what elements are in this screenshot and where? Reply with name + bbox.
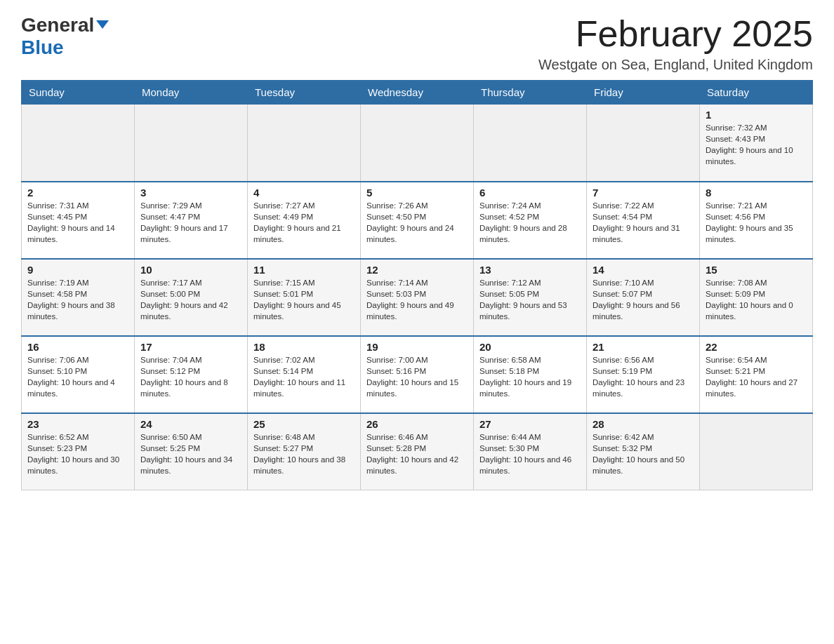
day-number: 25: [253, 418, 355, 430]
calendar-day-cell: 6Sunrise: 7:24 AMSunset: 4:52 PMDaylight…: [474, 182, 587, 259]
day-info: Sunrise: 7:06 AMSunset: 5:10 PMDaylight:…: [27, 354, 128, 399]
calendar-day-cell: 17Sunrise: 7:04 AMSunset: 5:12 PMDayligh…: [135, 336, 248, 413]
day-number: 16: [27, 341, 128, 353]
calendar-day-cell: 21Sunrise: 6:56 AMSunset: 5:19 PMDayligh…: [587, 336, 700, 413]
day-number: 20: [479, 341, 581, 353]
calendar-day-cell: [700, 413, 813, 490]
calendar-day-cell: [474, 105, 587, 182]
day-number: 8: [706, 187, 807, 199]
day-number: 10: [140, 264, 241, 276]
calendar-day-cell: 27Sunrise: 6:44 AMSunset: 5:30 PMDayligh…: [474, 413, 587, 490]
calendar-week-row: 16Sunrise: 7:06 AMSunset: 5:10 PMDayligh…: [22, 336, 813, 413]
day-info: Sunrise: 6:56 AMSunset: 5:19 PMDaylight:…: [593, 354, 694, 399]
day-info: Sunrise: 6:58 AMSunset: 5:18 PMDaylight:…: [479, 354, 581, 399]
calendar-day-cell: [587, 105, 700, 182]
calendar-week-row: 9Sunrise: 7:19 AMSunset: 4:58 PMDaylight…: [22, 259, 813, 336]
day-info: Sunrise: 7:08 AMSunset: 5:09 PMDaylight:…: [706, 277, 807, 322]
day-number: 12: [366, 264, 468, 276]
calendar-header-row: SundayMondayTuesdayWednesdayThursdayFrid…: [22, 81, 813, 105]
calendar-day-cell: 20Sunrise: 6:58 AMSunset: 5:18 PMDayligh…: [474, 336, 587, 413]
calendar-day-cell: 15Sunrise: 7:08 AMSunset: 5:09 PMDayligh…: [700, 259, 813, 336]
calendar-day-cell: [22, 105, 135, 182]
day-number: 7: [593, 187, 694, 199]
day-number: 3: [140, 187, 241, 199]
calendar-day-cell: 18Sunrise: 7:02 AMSunset: 5:14 PMDayligh…: [248, 336, 361, 413]
calendar-day-cell: 4Sunrise: 7:27 AMSunset: 4:49 PMDaylight…: [248, 182, 361, 259]
calendar-day-cell: [248, 105, 361, 182]
day-info: Sunrise: 6:50 AMSunset: 5:25 PMDaylight:…: [140, 431, 241, 476]
day-info: Sunrise: 6:54 AMSunset: 5:21 PMDaylight:…: [706, 354, 807, 399]
calendar-day-cell: [361, 105, 474, 182]
day-number: 15: [706, 264, 807, 276]
day-info: Sunrise: 6:46 AMSunset: 5:28 PMDaylight:…: [366, 431, 468, 476]
day-number: 23: [27, 418, 128, 430]
svg-marker-0: [96, 20, 109, 29]
calendar-day-cell: 24Sunrise: 6:50 AMSunset: 5:25 PMDayligh…: [135, 413, 248, 490]
day-info: Sunrise: 6:52 AMSunset: 5:23 PMDaylight:…: [27, 431, 128, 476]
calendar-day-cell: 16Sunrise: 7:06 AMSunset: 5:10 PMDayligh…: [22, 336, 135, 413]
calendar-day-cell: 9Sunrise: 7:19 AMSunset: 4:58 PMDaylight…: [22, 259, 135, 336]
calendar-day-cell: 5Sunrise: 7:26 AMSunset: 4:50 PMDaylight…: [361, 182, 474, 259]
calendar-day-cell: 14Sunrise: 7:10 AMSunset: 5:07 PMDayligh…: [587, 259, 700, 336]
page-subtitle: Westgate on Sea, England, United Kingdom: [538, 57, 813, 73]
day-info: Sunrise: 7:26 AMSunset: 4:50 PMDaylight:…: [366, 200, 468, 245]
logo-general-text: General: [21, 14, 94, 36]
day-number: 5: [366, 187, 468, 199]
day-info: Sunrise: 7:02 AMSunset: 5:14 PMDaylight:…: [253, 354, 355, 399]
day-of-week-header: Wednesday: [361, 81, 474, 105]
calendar-day-cell: 13Sunrise: 7:12 AMSunset: 5:05 PMDayligh…: [474, 259, 587, 336]
day-number: 1: [706, 109, 807, 121]
day-of-week-header: Saturday: [700, 81, 813, 105]
day-info: Sunrise: 6:44 AMSunset: 5:30 PMDaylight:…: [479, 431, 581, 476]
day-number: 24: [140, 418, 241, 430]
calendar-day-cell: 8Sunrise: 7:21 AMSunset: 4:56 PMDaylight…: [700, 182, 813, 259]
calendar-day-cell: 2Sunrise: 7:31 AMSunset: 4:45 PMDaylight…: [22, 182, 135, 259]
day-number: 21: [593, 341, 694, 353]
day-of-week-header: Tuesday: [248, 81, 361, 105]
title-area: February 2025 Westgate on Sea, England, …: [538, 14, 813, 73]
day-info: Sunrise: 7:12 AMSunset: 5:05 PMDaylight:…: [479, 277, 581, 322]
calendar-day-cell: 10Sunrise: 7:17 AMSunset: 5:00 PMDayligh…: [135, 259, 248, 336]
logo-blue-text: Blue: [21, 36, 64, 58]
day-number: 26: [366, 418, 468, 430]
calendar-week-row: 1Sunrise: 7:32 AMSunset: 4:43 PMDaylight…: [22, 105, 813, 182]
page-header: General Blue February 2025 Westgate on S…: [21, 14, 813, 73]
day-info: Sunrise: 7:10 AMSunset: 5:07 PMDaylight:…: [593, 277, 694, 322]
day-number: 9: [27, 264, 128, 276]
day-info: Sunrise: 7:31 AMSunset: 4:45 PMDaylight:…: [27, 200, 128, 245]
day-info: Sunrise: 7:22 AMSunset: 4:54 PMDaylight:…: [593, 200, 694, 245]
day-number: 2: [27, 187, 128, 199]
calendar-table: SundayMondayTuesdayWednesdayThursdayFrid…: [21, 80, 813, 490]
day-info: Sunrise: 7:24 AMSunset: 4:52 PMDaylight:…: [479, 200, 581, 245]
day-info: Sunrise: 7:14 AMSunset: 5:03 PMDaylight:…: [366, 277, 468, 322]
day-number: 22: [706, 341, 807, 353]
calendar-day-cell: 3Sunrise: 7:29 AMSunset: 4:47 PMDaylight…: [135, 182, 248, 259]
logo-arrow-icon: [96, 19, 109, 34]
page-title: February 2025: [538, 14, 813, 54]
calendar-day-cell: 12Sunrise: 7:14 AMSunset: 5:03 PMDayligh…: [361, 259, 474, 336]
day-number: 28: [593, 418, 694, 430]
day-info: Sunrise: 7:15 AMSunset: 5:01 PMDaylight:…: [253, 277, 355, 322]
day-info: Sunrise: 6:42 AMSunset: 5:32 PMDaylight:…: [593, 431, 694, 476]
day-number: 27: [479, 418, 581, 430]
day-info: Sunrise: 7:04 AMSunset: 5:12 PMDaylight:…: [140, 354, 241, 399]
day-info: Sunrise: 7:29 AMSunset: 4:47 PMDaylight:…: [140, 200, 241, 245]
day-info: Sunrise: 7:17 AMSunset: 5:00 PMDaylight:…: [140, 277, 241, 322]
calendar-day-cell: [135, 105, 248, 182]
calendar-day-cell: 1Sunrise: 7:32 AMSunset: 4:43 PMDaylight…: [700, 105, 813, 182]
calendar-day-cell: 22Sunrise: 6:54 AMSunset: 5:21 PMDayligh…: [700, 336, 813, 413]
day-of-week-header: Thursday: [474, 81, 587, 105]
day-info: Sunrise: 6:48 AMSunset: 5:27 PMDaylight:…: [253, 431, 355, 476]
day-info: Sunrise: 7:19 AMSunset: 4:58 PMDaylight:…: [27, 277, 128, 322]
day-number: 13: [479, 264, 581, 276]
day-number: 11: [253, 264, 355, 276]
day-info: Sunrise: 7:21 AMSunset: 4:56 PMDaylight:…: [706, 200, 807, 245]
day-of-week-header: Friday: [587, 81, 700, 105]
calendar-week-row: 2Sunrise: 7:31 AMSunset: 4:45 PMDaylight…: [22, 182, 813, 259]
calendar-day-cell: 28Sunrise: 6:42 AMSunset: 5:32 PMDayligh…: [587, 413, 700, 490]
calendar-day-cell: 23Sunrise: 6:52 AMSunset: 5:23 PMDayligh…: [22, 413, 135, 490]
calendar-day-cell: 19Sunrise: 7:00 AMSunset: 5:16 PMDayligh…: [361, 336, 474, 413]
day-info: Sunrise: 7:00 AMSunset: 5:16 PMDaylight:…: [366, 354, 468, 399]
calendar-week-row: 23Sunrise: 6:52 AMSunset: 5:23 PMDayligh…: [22, 413, 813, 490]
day-info: Sunrise: 7:32 AMSunset: 4:43 PMDaylight:…: [706, 122, 807, 167]
